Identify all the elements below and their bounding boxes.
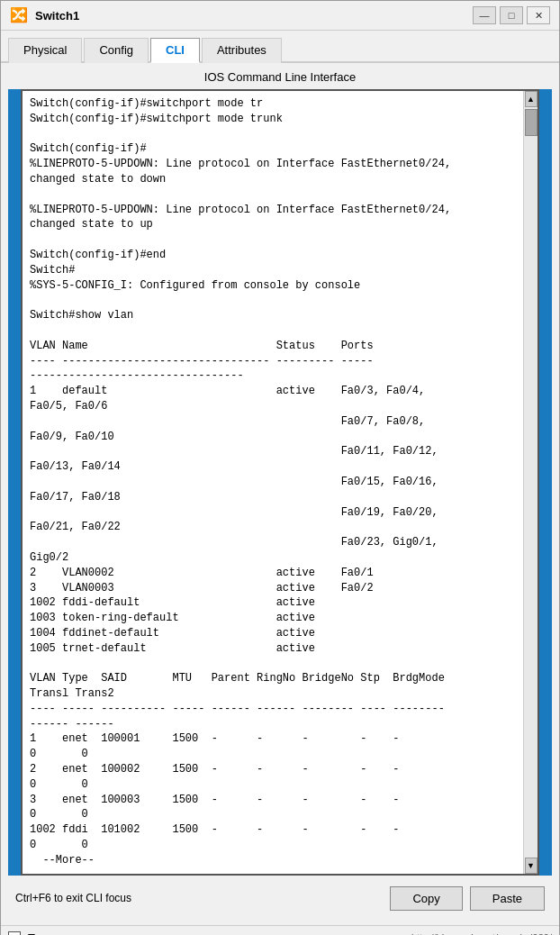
title-bar-left: 🔀 Switch1 (10, 6, 79, 24)
bottom-bar: Ctrl+F6 to exit CLI focus Copy Paste (8, 879, 552, 918)
window-title: Switch1 (35, 9, 79, 23)
status-text: Ctrl+F6 to exit CLI focus (15, 892, 131, 904)
left-accent (8, 89, 21, 876)
copy-button[interactable]: Copy (390, 886, 462, 911)
restore-button[interactable]: □ (500, 6, 523, 24)
top-checkbox[interactable] (8, 931, 21, 935)
title-controls: — □ ✕ (473, 6, 550, 24)
tab-cli[interactable]: CLI (150, 38, 200, 63)
close-button[interactable]: ✕ (527, 6, 550, 24)
tab-bar: Physical Config CLI Attributes (1, 31, 559, 63)
minimize-button[interactable]: — (473, 6, 496, 24)
tab-physical[interactable]: Physical (8, 38, 82, 63)
cli-output: Switch(config-if)#switchport mode tr Swi… (23, 91, 523, 874)
right-accent (539, 89, 552, 876)
paste-button[interactable]: Paste (470, 886, 545, 911)
app-icon: 🔀 (10, 6, 28, 24)
action-buttons: Copy Paste (390, 886, 545, 911)
top-label: Top (28, 931, 47, 935)
cli-scroll-area[interactable]: Switch(config-if)#switchport mode tr Swi… (23, 91, 523, 874)
scrollbar-thumb[interactable] (525, 109, 537, 136)
tab-config[interactable]: Config (84, 38, 149, 63)
tab-attributes[interactable]: Attributes (202, 38, 282, 63)
footer-bar: Top http://blog.csdn.net/gangkui989/ (1, 925, 559, 935)
scrollbar-up-arrow[interactable]: ▲ (525, 91, 537, 107)
scrollbar-down-arrow[interactable]: ▼ (525, 858, 537, 874)
title-bar: 🔀 Switch1 — □ ✕ (1, 1, 559, 31)
main-window: 🔀 Switch1 — □ ✕ Physical Config CLI Attr… (0, 0, 560, 935)
section-title: IOS Command Line Interface (8, 70, 552, 84)
main-content: IOS Command Line Interface Switch(config… (1, 63, 559, 925)
scrollbar-track[interactable]: ▲ ▼ (523, 91, 537, 874)
cli-container[interactable]: Switch(config-if)#switchport mode tr Swi… (21, 89, 539, 876)
